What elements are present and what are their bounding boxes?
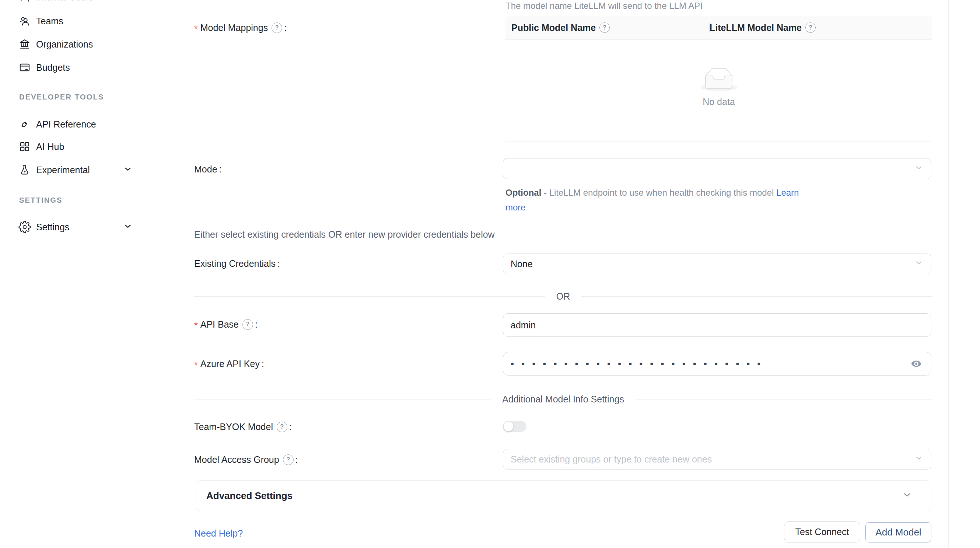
chevron-down-icon <box>914 163 924 175</box>
required-mark: * <box>194 358 198 370</box>
sidebar-item-label: AI Hub <box>36 142 64 152</box>
right-edge-divider <box>948 0 949 548</box>
selected-value: None <box>511 259 533 269</box>
toggle-password-visibility-icon[interactable] <box>908 358 924 370</box>
sidebar-item-experimental[interactable]: Experimental <box>0 159 178 180</box>
model-access-group-select[interactable]: Select existing groups or type to create… <box>503 449 931 470</box>
chevron-down-icon <box>902 489 913 502</box>
sidebar-item-api-reference[interactable]: API Reference <box>0 114 178 134</box>
model-access-group-label: Model Access Group ? : <box>194 454 298 465</box>
help-icon[interactable]: ? <box>805 22 816 33</box>
sidebar-item-ai-hub[interactable]: AI Hub <box>0 136 178 157</box>
existing-credentials-select[interactable]: None <box>503 253 931 274</box>
mode-select[interactable] <box>503 158 931 179</box>
column-header-public-model-name: Public Model Name ? <box>506 22 703 33</box>
add-model-button[interactable]: Add Model <box>865 522 931 542</box>
learn-more-link[interactable]: Learn <box>776 188 799 198</box>
mode-help-text: Optional - LiteLLM endpoint to use when … <box>506 185 815 215</box>
advanced-settings-panel[interactable]: Advanced Settings <box>196 480 931 511</box>
credit-card-icon <box>18 61 31 74</box>
team-byok-toggle[interactable] <box>503 421 527 432</box>
required-mark: * <box>194 22 198 34</box>
sidebar-item-label: Teams <box>36 16 64 27</box>
help-icon[interactable]: ? <box>600 22 610 33</box>
help-icon[interactable]: ? <box>272 22 282 33</box>
help-icon[interactable]: ? <box>277 422 287 432</box>
sidebar-item-label: Internal Users <box>36 0 94 3</box>
user-icon <box>18 0 31 3</box>
sidebar-item-label: API Reference <box>36 119 96 130</box>
sidebar-item-settings[interactable]: Settings <box>0 217 178 237</box>
sidebar-item-label: Budgets <box>36 62 70 73</box>
column-header-litellm-model-name: LiteLLM Model Name ? <box>703 22 816 33</box>
sidebar-section-developer-tools: DEVELOPER TOOLS <box>19 92 104 102</box>
learn-more-link[interactable]: more <box>506 202 526 212</box>
bank-icon <box>18 38 31 51</box>
api-base-input[interactable] <box>503 313 931 337</box>
plug-icon <box>18 118 31 131</box>
table-header: Public Model Name ? LiteLLM Model Name ? <box>506 16 932 40</box>
chevron-down-icon <box>914 453 924 465</box>
sidebar-item-budgets[interactable]: Budgets <box>0 57 178 78</box>
sidebar-item-internal-users[interactable]: Internal Users <box>0 0 178 7</box>
existing-credentials-label: Existing Credentials : <box>194 258 280 269</box>
gear-icon <box>18 221 31 233</box>
sidebar-item-organizations[interactable]: Organizations <box>0 34 178 54</box>
llm-model-name-hint: The model name LiteLLM will send to the … <box>506 1 703 11</box>
sidebar-item-label: Settings <box>36 222 69 233</box>
grid-icon <box>18 140 31 153</box>
test-connect-button[interactable]: Test Connect <box>784 521 860 542</box>
advanced-settings-title: Advanced Settings <box>206 490 293 502</box>
chevron-down-icon <box>123 221 133 233</box>
toggle-knob <box>504 422 513 431</box>
help-icon[interactable]: ? <box>242 319 253 330</box>
mode-label: Mode : <box>194 164 222 175</box>
select-placeholder: Select existing groups or type to create… <box>511 454 712 465</box>
required-mark: * <box>194 319 198 331</box>
additional-settings-divider: Additional Model Info Settings <box>194 393 932 405</box>
azure-api-key-field <box>503 352 931 376</box>
column-separator <box>709 23 710 32</box>
users-icon <box>18 15 31 27</box>
credentials-hint: Either select existing credentials OR en… <box>194 229 495 240</box>
sidebar-item-label: Organizations <box>36 39 93 50</box>
sidebar-section-settings: SETTINGS <box>19 195 63 205</box>
sidebar: Internal Users Teams Organizations Budge… <box>0 0 178 548</box>
help-icon[interactable]: ? <box>283 454 294 465</box>
sidebar-item-label: Experimental <box>36 165 90 175</box>
or-divider: OR <box>194 291 932 302</box>
model-mappings-label: * Model Mappings ? : <box>194 22 286 33</box>
flask-icon <box>18 164 31 176</box>
azure-api-key-input[interactable] <box>503 352 931 376</box>
chevron-down-icon <box>123 164 133 176</box>
model-mappings-table: Public Model Name ? LiteLLM Model Name ? <box>506 16 932 142</box>
table-empty-state: No data <box>506 40 932 142</box>
azure-api-key-label: * Azure API Key : <box>194 358 264 369</box>
sidebar-item-teams[interactable]: Teams <box>0 11 178 31</box>
api-base-label: * API Base ? : <box>194 319 258 330</box>
team-byok-label: Team-BYOK Model ? : <box>194 421 292 432</box>
no-data-text: No data <box>703 97 735 107</box>
empty-inbox-icon <box>700 68 737 91</box>
need-help-link[interactable]: Need Help? <box>194 528 243 539</box>
chevron-down-icon <box>914 258 924 270</box>
